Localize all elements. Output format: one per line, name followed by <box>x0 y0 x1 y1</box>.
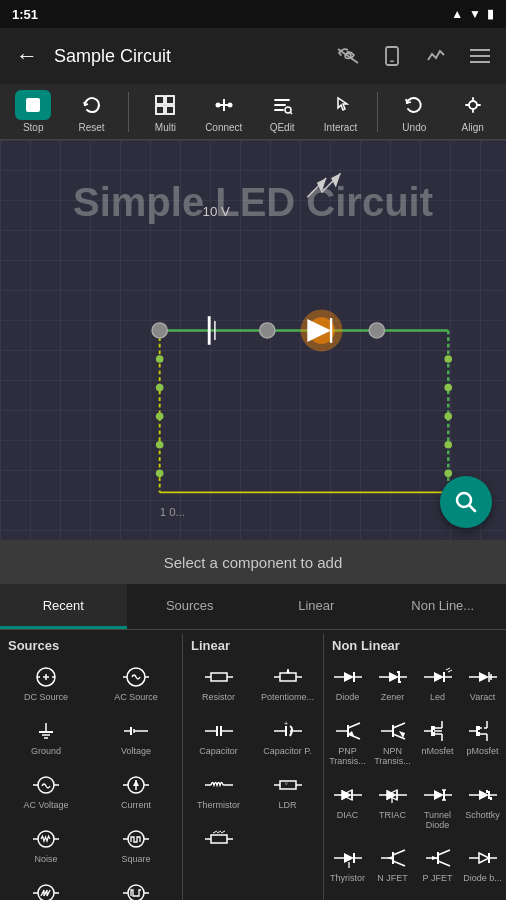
comp-square[interactable]: Square <box>92 819 180 871</box>
svg-rect-2 <box>390 61 394 63</box>
comp-pmosfet[interactable]: pMosfet <box>461 711 504 773</box>
comp-diode-b[interactable]: Diode b... <box>461 838 504 890</box>
tool-align-label: Align <box>462 122 484 133</box>
comp-triac-label: TRIAC <box>379 811 406 821</box>
tab-recent[interactable]: Recent <box>0 584 127 629</box>
svg-marker-133 <box>389 672 399 682</box>
comp-nmosfet[interactable]: nMosfet <box>416 711 459 773</box>
comp-led[interactable]: Led <box>416 657 459 709</box>
comp-diac[interactable]: DIAC <box>326 775 369 837</box>
page-title: Sample Circuit <box>50 46 326 67</box>
tab-sources[interactable]: Sources <box>127 584 254 629</box>
comp-pulse[interactable]: Pulse <box>92 873 180 900</box>
comp-njfet-label: N JFET <box>377 874 408 884</box>
comp-capacitor-p-label: Capacitor P. <box>263 747 311 757</box>
comp-potentiometer[interactable]: Potentiome... <box>254 657 321 709</box>
comp-ground-label: Ground <box>31 747 61 757</box>
comp-led-label: Led <box>430 693 445 703</box>
svg-marker-24 <box>331 173 341 187</box>
comp-thermistor[interactable]: ° LDR <box>254 765 321 817</box>
svg-point-40 <box>156 412 164 420</box>
comp-diode[interactable]: Diode <box>326 657 369 709</box>
comp-njfet[interactable]: N JFET <box>371 838 414 890</box>
svg-rect-119 <box>280 781 296 789</box>
comp-ac-voltage[interactable]: AC Voltage <box>2 765 90 817</box>
comp-sawtooth[interactable]: Sawtooth <box>2 873 90 900</box>
sources-section: Sources DC Source AC Source <box>0 634 183 900</box>
comp-npn[interactable]: NPN Transis... <box>371 711 414 773</box>
tool-interact[interactable]: Interact <box>319 90 363 133</box>
status-icons: ▲ ▼ ▮ <box>451 7 494 21</box>
svg-rect-101 <box>211 673 227 681</box>
svg-point-11 <box>215 103 220 108</box>
comp-pjfet-label: P JFET <box>423 874 453 884</box>
comp-noise-label: Noise <box>34 855 57 865</box>
svg-marker-129 <box>344 672 354 682</box>
canvas-area[interactable]: Simple LED Circuit 10 V <box>0 140 506 540</box>
comp-thyristor[interactable]: Thyristor <box>326 838 369 890</box>
comp-triac[interactable]: TRIAC <box>371 775 414 837</box>
svg-line-153 <box>393 723 405 728</box>
tab-linear-label: Linear <box>298 598 334 613</box>
tool-connect-label: Connect <box>205 122 242 133</box>
comp-dc-source[interactable]: DC Source <box>2 657 90 709</box>
divider-1 <box>128 92 129 132</box>
svg-marker-204 <box>387 856 393 860</box>
comp-inductor[interactable]: Thermistor <box>185 765 252 817</box>
svg-point-31 <box>369 323 384 338</box>
comp-square-label: Square <box>121 855 150 865</box>
tab-recent-label: Recent <box>43 598 84 613</box>
tool-qedit[interactable]: QEdit <box>260 90 304 133</box>
tab-linear[interactable]: Linear <box>253 584 380 629</box>
comp-voltage[interactable]: Voltage <box>92 711 180 763</box>
comp-current[interactable]: Current <box>92 765 180 817</box>
phone-icon[interactable] <box>374 38 410 74</box>
eye-off-icon[interactable] <box>330 38 366 74</box>
comp-tunnel-diode[interactable]: Tunnel Diode <box>416 775 459 837</box>
menu-icon[interactable] <box>462 38 498 74</box>
divider-2 <box>377 92 378 132</box>
comp-varactor[interactable]: Varact <box>461 657 504 709</box>
comp-pnp[interactable]: PNP Transis... <box>326 711 369 773</box>
svg-marker-196 <box>344 853 354 863</box>
comp-diac-label: DIAC <box>337 811 359 821</box>
tool-align[interactable]: Align <box>451 90 495 133</box>
comp-pjfet[interactable]: P JFET <box>416 838 459 890</box>
search-fab-button[interactable] <box>440 476 492 528</box>
chart-icon[interactable] <box>418 38 454 74</box>
wifi-icon: ▲ <box>451 7 463 21</box>
tool-connect[interactable]: Connect <box>202 90 246 133</box>
tool-stop[interactable]: Stop <box>11 90 55 133</box>
tabs-row: Recent Sources Linear Non Line... <box>0 584 506 630</box>
signal-icon: ▼ <box>469 7 481 21</box>
comp-ground[interactable]: Ground <box>2 711 90 763</box>
comp-noise[interactable]: Noise <box>2 819 90 871</box>
tool-reset[interactable]: Reset <box>70 90 114 133</box>
comp-ac-voltage-label: AC Voltage <box>23 801 68 811</box>
tool-multi[interactable]: Multi <box>143 90 187 133</box>
svg-text:°: ° <box>285 782 288 789</box>
comp-ac-source[interactable]: AC Source <box>92 657 180 709</box>
comp-zener[interactable]: Zener <box>371 657 414 709</box>
linear-section-title: Linear <box>183 634 323 657</box>
svg-line-202 <box>393 850 405 855</box>
svg-line-50 <box>470 506 476 512</box>
comp-ldr[interactable] <box>185 819 252 861</box>
battery-icon: ▮ <box>487 7 494 21</box>
svg-point-15 <box>469 101 477 109</box>
comp-capacitor-p[interactable]: + Capacitor P. <box>254 711 321 763</box>
svg-text:1 0...: 1 0... <box>160 506 185 518</box>
comp-resistor[interactable]: Resistor <box>185 657 252 709</box>
svg-text:+: + <box>284 720 288 727</box>
nonlinear-section-title: Non Linear <box>324 634 506 657</box>
comp-diode-label: Diode <box>336 693 360 703</box>
comp-schottky[interactable]: Schottky <box>461 775 504 837</box>
svg-rect-1 <box>386 47 398 65</box>
svg-point-30 <box>260 323 275 338</box>
svg-point-45 <box>444 412 452 420</box>
tool-undo[interactable]: Undo <box>392 90 436 133</box>
back-button[interactable]: ← <box>8 35 46 77</box>
tab-nonlinear[interactable]: Non Line... <box>380 584 507 629</box>
comp-thyristor-label: Thyristor <box>330 874 365 884</box>
comp-capacitor[interactable]: Capacitor <box>185 711 252 763</box>
